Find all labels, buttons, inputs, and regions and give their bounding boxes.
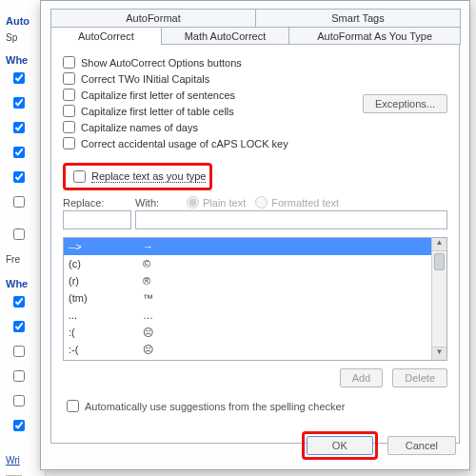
cell-to: ☹ bbox=[138, 327, 446, 339]
chk-sentences[interactable] bbox=[63, 89, 75, 101]
chk-table-cells[interactable] bbox=[63, 105, 75, 117]
dialog-button-row: OK Cancel bbox=[302, 431, 456, 460]
bg-check[interactable] bbox=[13, 72, 25, 84]
bg-check[interactable] bbox=[13, 147, 25, 158]
lbl-replace-as-type: Replace text as you type bbox=[91, 170, 206, 183]
bg-check[interactable] bbox=[13, 196, 25, 208]
lbl-days: Capitalize names of days bbox=[81, 122, 198, 133]
bg-check[interactable] bbox=[13, 122, 25, 133]
bg-check-row bbox=[0, 189, 45, 214]
lbl-two-caps: Correct TWo INitial Capitals bbox=[81, 73, 209, 85]
input-replace[interactable] bbox=[63, 210, 131, 229]
bg-check-row bbox=[0, 314, 45, 339]
ok-button[interactable]: OK bbox=[307, 436, 373, 455]
autocorrect-table[interactable]: --> → (c) © (r) ® (tm) ™ ... … bbox=[63, 237, 447, 361]
cancel-button[interactable]: Cancel bbox=[387, 436, 456, 455]
background-dialog: Auto Sp Whe Fre Whe Wri P bbox=[0, 0, 46, 476]
cell-to: © bbox=[138, 258, 446, 269]
bg-check-row bbox=[0, 66, 45, 90]
bg-check[interactable] bbox=[13, 395, 25, 407]
radio-formatted-text[interactable] bbox=[255, 196, 268, 208]
bg-check-row bbox=[0, 115, 45, 140]
chk-days[interactable] bbox=[63, 121, 75, 133]
highlight-replace-as-type: Replace text as you type bbox=[63, 163, 212, 190]
opt-auto-suggestions: Automatically use suggestions from the s… bbox=[63, 397, 447, 415]
lbl-formatted-text: Formatted text bbox=[271, 197, 339, 208]
table-row[interactable]: :-( ☹ bbox=[64, 341, 446, 358]
table-row[interactable]: :( ☹ bbox=[64, 324, 446, 341]
tab-panel-autocorrect: Show AutoCorrect Options buttons Correct… bbox=[50, 44, 460, 444]
bg-check[interactable] bbox=[13, 171, 25, 183]
add-delete-row: Add Delete bbox=[63, 368, 447, 387]
cell-from: ... bbox=[64, 309, 138, 321]
bg-check[interactable] bbox=[13, 97, 25, 109]
tab-math-autocorrect[interactable]: Math AutoCorrect bbox=[161, 27, 290, 45]
chk-auto-suggestions[interactable] bbox=[67, 400, 79, 412]
replace-with-labels: Replace: With: Plain text Formatted text bbox=[63, 196, 447, 208]
lbl-show-buttons: Show AutoCorrect Options buttons bbox=[81, 57, 242, 69]
lbl-replace: Replace: bbox=[63, 197, 133, 208]
table-scrollbar[interactable]: ▲ ▼ bbox=[431, 238, 446, 360]
cell-to: ® bbox=[138, 275, 446, 287]
tab-autoformat-as-you-type[interactable]: AutoFormat As You Type bbox=[288, 27, 461, 45]
bg-check[interactable] bbox=[13, 321, 25, 332]
cell-from: :( bbox=[64, 327, 138, 338]
replace-section: Replace text as you type Replace: With: … bbox=[63, 163, 447, 415]
bg-check-row bbox=[0, 90, 45, 115]
bg-check[interactable] bbox=[13, 228, 25, 240]
lbl-plain-text: Plain text bbox=[203, 197, 246, 208]
cell-to: … bbox=[138, 309, 446, 321]
table-row[interactable]: (r) ® bbox=[64, 272, 446, 289]
autocorrect-dialog: AutoFormat Smart Tags AutoCorrect Math A… bbox=[40, 0, 470, 470]
table-row[interactable]: (tm) ™ bbox=[64, 289, 446, 307]
bg-check[interactable] bbox=[13, 296, 25, 307]
opt-capslock: Correct accidental usage of cAPS LOCK ke… bbox=[63, 135, 447, 151]
tab-autocorrect[interactable]: AutoCorrect bbox=[50, 27, 162, 45]
bg-check[interactable] bbox=[13, 370, 25, 382]
opt-two-caps: Correct TWo INitial Capitals bbox=[63, 70, 447, 87]
table-row[interactable]: (c) © bbox=[64, 255, 446, 272]
lbl-with: With: bbox=[135, 197, 177, 208]
bg-check[interactable] bbox=[13, 420, 25, 431]
tab-smart-tags[interactable]: Smart Tags bbox=[255, 9, 461, 27]
lbl-capslock: Correct accidental usage of cAPS LOCK ke… bbox=[81, 138, 288, 149]
bg-check-row bbox=[0, 388, 45, 413]
scroll-down-icon[interactable]: ▼ bbox=[432, 347, 446, 360]
input-with[interactable] bbox=[135, 210, 447, 229]
cell-from: :-( bbox=[64, 344, 138, 355]
cell-to: ™ bbox=[138, 292, 446, 304]
exceptions-button[interactable]: Exceptions... bbox=[363, 94, 447, 113]
cell-from: (c) bbox=[64, 258, 138, 269]
chk-show-buttons[interactable] bbox=[63, 56, 75, 69]
chk-two-caps[interactable] bbox=[63, 72, 75, 85]
chk-capslock[interactable] bbox=[63, 137, 75, 149]
tab-autoformat[interactable]: AutoFormat bbox=[50, 9, 256, 27]
lbl-auto-suggestions: Automatically use suggestions from the s… bbox=[85, 401, 345, 412]
scroll-up-icon[interactable]: ▲ bbox=[432, 238, 446, 251]
bg-check-row bbox=[0, 222, 45, 247]
chk-replace-as-type[interactable] bbox=[73, 170, 86, 183]
replace-with-inputs bbox=[63, 210, 447, 229]
bg-text-sp: Sp bbox=[0, 32, 45, 43]
cell-to: → bbox=[138, 241, 446, 252]
delete-button[interactable]: Delete bbox=[392, 368, 447, 387]
bg-link-wri[interactable]: Wri bbox=[0, 455, 45, 466]
bg-check-row bbox=[0, 413, 45, 438]
cell-from: (r) bbox=[64, 275, 138, 287]
bg-text-fre: Fre bbox=[0, 254, 45, 265]
exceptions-wrap: Exceptions... bbox=[363, 94, 447, 113]
add-button[interactable]: Add bbox=[340, 368, 384, 387]
bg-heading-whe2: Whe bbox=[0, 278, 45, 289]
table-row[interactable]: ... … bbox=[64, 307, 446, 324]
radio-plain-text[interactable] bbox=[187, 196, 199, 208]
bg-check[interactable] bbox=[13, 346, 25, 357]
bg-check-row bbox=[0, 289, 45, 314]
scroll-thumb[interactable] bbox=[434, 253, 445, 270]
table-row[interactable]: --> → bbox=[64, 238, 446, 255]
highlight-ok: OK bbox=[302, 431, 378, 460]
cell-to: ☹ bbox=[138, 344, 446, 356]
bg-check-row bbox=[0, 165, 45, 189]
tab-strip: AutoFormat Smart Tags AutoCorrect Math A… bbox=[50, 9, 460, 45]
bg-check-row bbox=[0, 364, 45, 388]
bg-check-row bbox=[0, 339, 45, 364]
